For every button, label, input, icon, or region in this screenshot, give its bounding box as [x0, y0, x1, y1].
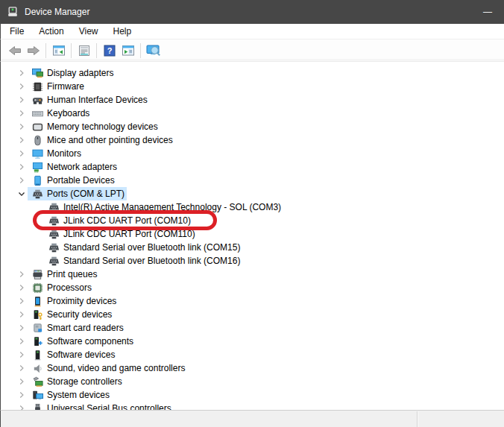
tree-item-label: JLink CDC UART Port (COM110): [63, 227, 195, 241]
properties-icon: [78, 45, 91, 57]
serial-port-icon: [48, 256, 60, 267]
chev-right-icon[interactable]: [16, 282, 28, 294]
chev-right-icon[interactable]: [16, 335, 28, 347]
tree-item-display-adapters[interactable]: Display adapters: [1, 66, 504, 80]
menu-action[interactable]: Action: [31, 24, 71, 39]
chev-right-icon[interactable]: [16, 134, 28, 146]
title-bar: Device Manager —: [0, 0, 504, 24]
menu-file[interactable]: File: [2, 24, 31, 39]
tree-item-label: Memory technology devices: [47, 120, 158, 133]
chev-right-icon[interactable]: [16, 148, 28, 159]
tree-item-storage-controllers[interactable]: Storage controllers: [1, 375, 504, 388]
chev-right-icon[interactable]: [16, 362, 28, 374]
tree-item-standard-serial-over-bluetooth-link-com15[interactable]: Standard Serial over Bluetooth link (COM…: [1, 241, 504, 254]
forward-button[interactable]: [24, 42, 42, 60]
tree-item-sound-video-and-game-controllers[interactable]: Sound, video and game controllers: [1, 361, 504, 375]
monitor-icon: [32, 148, 43, 159]
tree-item-smart-card-readers[interactable]: Smart card readers: [1, 321, 504, 335]
properties-button[interactable]: [75, 42, 93, 60]
tree-item-jlink-cdc-uart-port-com10[interactable]: JLink CDC UART Port (COM10): [1, 214, 504, 227]
minimize-button[interactable]: —: [471, 0, 504, 24]
tree-item-human-interface-devices[interactable]: Human Interface Devices: [1, 93, 504, 107]
chev-right-icon[interactable]: [16, 80, 28, 92]
serial-port-icon: [48, 202, 60, 213]
tree-item-label: Print queues: [47, 268, 97, 281]
tree-item-jlink-cdc-uart-port-com110[interactable]: JLink CDC UART Port (COM110): [1, 227, 504, 241]
chev-down-icon[interactable]: [16, 188, 28, 200]
tree-item-software-devices[interactable]: Software devices: [1, 348, 504, 361]
help-button[interactable]: ?: [100, 42, 119, 60]
tree-item-universal-serial-bus-controllers[interactable]: Universal Serial Bus controllers: [1, 402, 504, 410]
tree-item-label: Software devices: [47, 348, 115, 361]
new-window-button[interactable]: [119, 42, 137, 60]
chev-right-icon[interactable]: [16, 67, 28, 79]
chev-right-icon[interactable]: [16, 107, 28, 119]
tree-item-label: JLink CDC UART Port (COM10): [63, 214, 191, 227]
tree-item-keyboards[interactable]: Keyboards: [1, 107, 504, 120]
tree-item-label: Storage controllers: [47, 375, 122, 388]
printer-icon: [32, 269, 43, 280]
tree-item-label: Mice and other pointing devices: [47, 133, 173, 147]
tree-item-label: Display adapters: [47, 66, 113, 80]
tree-item-mice-and-other-pointing-devices[interactable]: Mice and other pointing devices: [1, 133, 504, 147]
forward-icon: [27, 45, 40, 57]
chev-right-icon[interactable]: [16, 174, 28, 186]
tree-item-software-components[interactable]: Software components: [1, 335, 504, 348]
menu-help[interactable]: Help: [106, 24, 139, 39]
tree-item-label: Smart card readers: [47, 321, 124, 335]
serial-port-icon: [48, 242, 60, 253]
chev-right-icon[interactable]: [16, 161, 28, 173]
tree-item-label: Security devices: [47, 308, 112, 321]
tree-item-system-devices[interactable]: System devices: [1, 388, 504, 402]
tree-item-memory-technology-devices[interactable]: Memory technology devices: [1, 120, 504, 133]
chev-right-icon[interactable]: [16, 268, 28, 280]
tree-item-processors[interactable]: Processors: [1, 281, 504, 294]
tree-item-proximity-devices[interactable]: Proximity devices: [1, 294, 504, 308]
tree-item-label: Standard Serial over Bluetooth link (COM…: [63, 254, 240, 268]
device-manager-window: Device Manager — FileActionViewHelp ? Di…: [0, 0, 504, 427]
tree-item-label: Standard Serial over Bluetooth link (COM…: [63, 241, 240, 254]
gamepad-icon: [32, 95, 43, 106]
portable-device-icon: [32, 175, 43, 186]
scan-hardware-button[interactable]: [144, 42, 163, 60]
smart-card-reader-icon: [32, 323, 43, 334]
chev-right-icon[interactable]: [16, 349, 28, 361]
chev-right-icon[interactable]: [16, 295, 28, 307]
software-component-icon: [32, 336, 43, 347]
chev-right-icon[interactable]: [16, 389, 28, 401]
serial-port-icon: [32, 189, 43, 200]
tree-item-standard-serial-over-bluetooth-link-com16[interactable]: Standard Serial over Bluetooth link (COM…: [1, 254, 504, 268]
chev-right-icon[interactable]: [16, 309, 28, 320]
tree-item-network-adapters[interactable]: Network adapters: [1, 160, 504, 174]
tree-item-ports-com-lpt[interactable]: Ports (COM & LPT): [1, 187, 504, 200]
device-tree: Display adaptersFirmwareHuman Interface …: [0, 62, 504, 410]
tree-item-firmware[interactable]: Firmware: [1, 80, 504, 93]
speaker-icon: [32, 363, 43, 374]
tree-item-intel-r-active-management-technology-sol-com3[interactable]: Intel(R) Active Management Technology - …: [1, 200, 504, 214]
new-window-icon: [122, 45, 135, 57]
help-icon: ?: [104, 45, 116, 57]
scan-hardware-icon: [146, 45, 161, 57]
tree-item-label: Portable Devices: [47, 174, 115, 187]
tree-item-portable-devices[interactable]: Portable Devices: [1, 174, 504, 187]
chev-right-icon[interactable]: [16, 322, 28, 334]
tree-item-label: Human Interface Devices: [47, 93, 148, 107]
tree-item-label: Firmware: [47, 80, 84, 93]
chev-right-icon[interactable]: [16, 94, 28, 106]
toolbar-separator: [45, 43, 46, 58]
back-button[interactable]: [5, 42, 24, 60]
chev-right-icon[interactable]: [16, 376, 28, 388]
chev-right-icon[interactable]: [16, 402, 28, 410]
display-adapter-icon: [32, 68, 43, 79]
menu-view[interactable]: View: [72, 24, 106, 39]
keyboard-icon: [32, 108, 43, 119]
tree-item-print-queues[interactable]: Print queues: [1, 268, 504, 281]
console-tree-button[interactable]: [49, 42, 68, 60]
tree-item-label: Keyboards: [47, 107, 89, 120]
window-title: Device Manager: [25, 7, 89, 17]
tree-item-monitors[interactable]: Monitors: [1, 147, 504, 160]
chev-right-icon[interactable]: [16, 121, 28, 133]
tree-item-security-devices[interactable]: Security devices: [1, 308, 504, 321]
serial-port-icon: [48, 215, 60, 227]
processor-icon: [32, 282, 43, 294]
